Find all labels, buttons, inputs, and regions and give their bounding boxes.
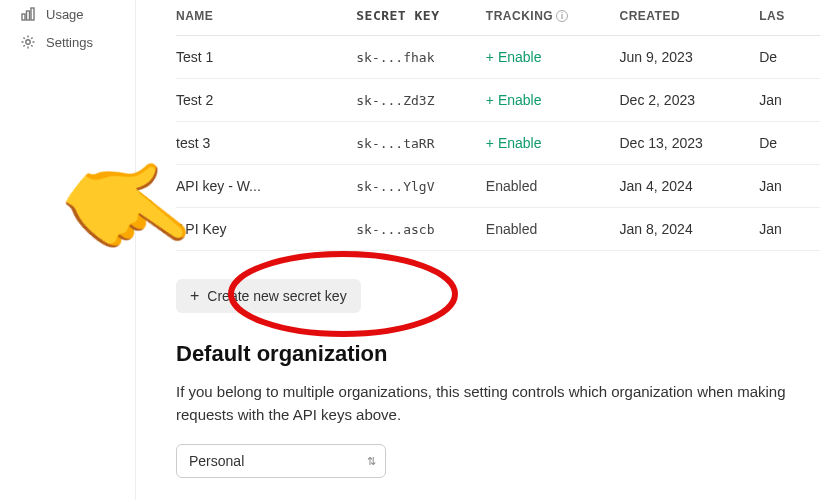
cell-created: Jan 4, 2024 — [620, 165, 760, 208]
cell-last: Jan — [759, 208, 820, 251]
enable-tracking-link[interactable]: + Enable — [486, 49, 542, 65]
svg-rect-0 — [22, 14, 25, 20]
cell-tracking: + Enable — [486, 79, 620, 122]
tracking-status: Enabled — [486, 221, 537, 237]
default-org-description: If you belong to multiple organizations,… — [176, 381, 820, 426]
tracking-status: Enabled — [486, 178, 537, 194]
create-secret-key-button[interactable]: + Create new secret key — [176, 279, 361, 313]
table-row: Test 1sk-...fhak+ EnableJun 9, 2023De — [176, 36, 820, 79]
default-org-heading: Default organization — [176, 341, 820, 367]
cell-last: De — [759, 122, 820, 165]
col-header-secret: SECRET KEY — [356, 0, 486, 36]
svg-point-3 — [26, 40, 30, 44]
svg-rect-1 — [27, 11, 30, 20]
sidebar: Usage Settings — [0, 0, 136, 500]
cell-name: API key - W... — [176, 165, 356, 208]
plus-icon: + — [190, 288, 199, 304]
cell-last: Jan — [759, 79, 820, 122]
table-row: test 3sk-...taRR+ EnableDec 13, 2023De — [176, 122, 820, 165]
cell-tracking: + Enable — [486, 36, 620, 79]
cell-name: API Key — [176, 208, 356, 251]
col-header-last: LAS — [759, 0, 820, 36]
col-header-tracking: TRACKINGi — [486, 0, 620, 36]
info-icon[interactable]: i — [556, 10, 568, 22]
org-select-wrap: Personal ⇅ — [176, 444, 386, 478]
cell-last: De — [759, 36, 820, 79]
col-header-created: CREATED — [620, 0, 760, 36]
cell-secret: sk-...Zd3Z — [356, 79, 486, 122]
sidebar-item-settings[interactable]: Settings — [16, 28, 135, 56]
table-row: API Keysk-...ascbEnabledJan 8, 2024Jan — [176, 208, 820, 251]
gear-icon — [20, 34, 36, 50]
cell-tracking: Enabled — [486, 165, 620, 208]
table-row: API key - W...sk-...YlgVEnabledJan 4, 20… — [176, 165, 820, 208]
cell-name: Test 1 — [176, 36, 356, 79]
cell-created: Jan 8, 2024 — [620, 208, 760, 251]
cell-secret: sk-...taRR — [356, 122, 486, 165]
cell-created: Jun 9, 2023 — [620, 36, 760, 79]
cell-secret: sk-...fhak — [356, 36, 486, 79]
cell-created: Dec 13, 2023 — [620, 122, 760, 165]
api-keys-table: NAME SECRET KEY TRACKINGi CREATED LAS Te… — [176, 0, 820, 251]
cell-name: Test 2 — [176, 79, 356, 122]
main-content: NAME SECRET KEY TRACKINGi CREATED LAS Te… — [136, 0, 820, 500]
sidebar-item-label: Settings — [46, 35, 93, 50]
enable-tracking-link[interactable]: + Enable — [486, 92, 542, 108]
default-org-select[interactable]: Personal — [176, 444, 386, 478]
cell-last: Jan — [759, 165, 820, 208]
create-button-label: Create new secret key — [207, 288, 346, 304]
table-row: Test 2sk-...Zd3Z+ EnableDec 2, 2023Jan — [176, 79, 820, 122]
cell-created: Dec 2, 2023 — [620, 79, 760, 122]
cell-secret: sk-...ascb — [356, 208, 486, 251]
sidebar-item-usage[interactable]: Usage — [16, 0, 135, 28]
cell-name: test 3 — [176, 122, 356, 165]
cell-tracking: Enabled — [486, 208, 620, 251]
svg-rect-2 — [31, 8, 34, 20]
usage-icon — [20, 6, 36, 22]
cell-tracking: + Enable — [486, 122, 620, 165]
cell-secret: sk-...YlgV — [356, 165, 486, 208]
sidebar-item-label: Usage — [46, 7, 84, 22]
col-header-name: NAME — [176, 0, 356, 36]
enable-tracking-link[interactable]: + Enable — [486, 135, 542, 151]
